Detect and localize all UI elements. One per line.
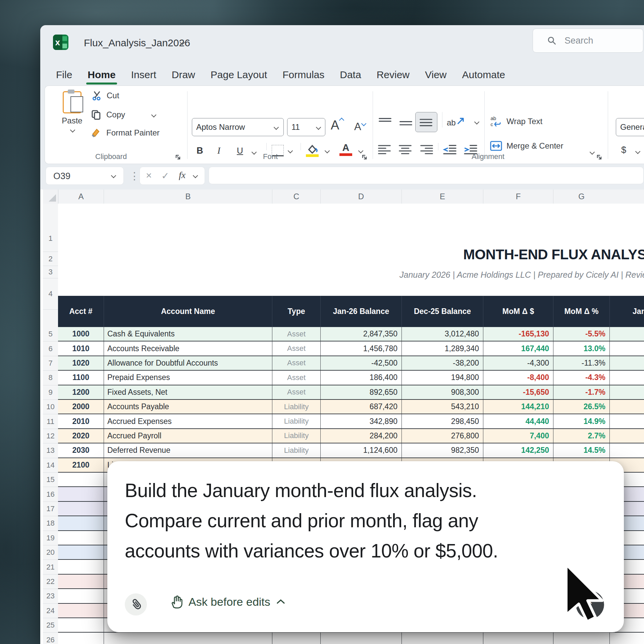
row-header-24[interactable]: 24 <box>43 604 58 618</box>
format-painter-button[interactable]: Format Painter <box>91 127 160 138</box>
copilot-prompt-card[interactable]: Build the January month-end flux analysi… <box>107 461 624 632</box>
underline-button[interactable]: U <box>237 146 243 156</box>
table-header-cell[interactable]: MoM Δ % <box>553 296 609 327</box>
cell[interactable]: Accrued Payroll <box>104 429 272 443</box>
cell[interactable] <box>609 400 644 414</box>
cell[interactable]: 44,440 <box>483 414 553 428</box>
cell[interactable]: 687,420 <box>320 400 401 414</box>
cell[interactable]: 1,289,340 <box>401 341 483 355</box>
cell[interactable]: 2000 <box>58 400 104 414</box>
cell[interactable]: -5.5% <box>553 327 609 341</box>
row-header-20[interactable]: 20 <box>43 545 58 560</box>
cell[interactable]: -11.3% <box>553 356 609 370</box>
italic-button[interactable]: I <box>217 146 220 156</box>
select-all-corner[interactable] <box>43 190 58 204</box>
cell[interactable] <box>58 502 104 516</box>
cell[interactable]: 276,800 <box>401 429 483 443</box>
currency-format-button[interactable]: $ <box>621 145 626 155</box>
search-input[interactable] <box>564 35 632 46</box>
cell[interactable]: Deferred Revenue <box>104 443 272 457</box>
cell[interactable]: Liability <box>272 400 320 414</box>
table-row-6[interactable]: 1010Accounts ReceivableAsset1,456,7801,2… <box>58 341 644 356</box>
cell[interactable]: Liability <box>272 429 320 443</box>
cell[interactable]: -42,500 <box>320 356 401 370</box>
menu-tab-automate[interactable]: Automate <box>462 68 506 82</box>
cell[interactable] <box>401 633 483 644</box>
cell[interactable]: 7,400 <box>483 429 553 443</box>
row-header-25[interactable]: 25 <box>43 618 58 633</box>
table-row-13[interactable]: 2030Deferred RevenueLiability1,124,60098… <box>58 443 644 458</box>
menu-tab-page-layout[interactable]: Page Layout <box>210 68 268 82</box>
cell[interactable]: 13.0% <box>553 341 609 355</box>
cell[interactable]: -4,300 <box>483 356 553 370</box>
row-header-12[interactable]: 12 <box>43 429 58 443</box>
cell[interactable] <box>320 633 401 644</box>
cell[interactable]: -15,650 <box>483 385 553 399</box>
column-header-D[interactable]: D <box>320 190 401 204</box>
cell[interactable] <box>609 443 644 457</box>
table-header-cell[interactable]: Jan-26 <box>609 296 644 327</box>
cell[interactable]: Asset <box>272 341 320 355</box>
cell[interactable]: 284,200 <box>320 429 401 443</box>
attach-button[interactable] <box>125 593 147 615</box>
cell[interactable] <box>104 633 272 644</box>
cell[interactable]: 342,890 <box>320 414 401 428</box>
cell[interactable]: Asset <box>272 385 320 399</box>
cell[interactable] <box>58 633 104 644</box>
menu-tab-file[interactable]: File <box>55 68 73 82</box>
cell[interactable]: 186,400 <box>320 371 401 384</box>
table-row-11[interactable]: 2010Accrued ExpensesLiability342,890298,… <box>58 414 644 429</box>
cell[interactable]: Allowance for Doubtful Accounts <box>104 356 272 370</box>
row-header-21[interactable]: 21 <box>43 560 58 574</box>
cell[interactable]: Liability <box>272 414 320 428</box>
cell[interactable] <box>609 633 644 644</box>
align-top-icon[interactable] <box>378 117 392 127</box>
cell[interactable] <box>609 341 644 355</box>
cell[interactable]: 1010 <box>58 341 104 355</box>
cell[interactable]: 1,124,600 <box>320 443 401 457</box>
cell[interactable]: 1020 <box>58 356 104 370</box>
copy-button[interactable]: Copy <box>91 109 156 120</box>
cell[interactable] <box>58 545 104 559</box>
fill-color-button[interactable] <box>306 144 319 157</box>
font-color-button[interactable]: A <box>339 142 352 156</box>
cancel-entry-icon[interactable]: × <box>146 170 152 181</box>
cell[interactable]: 1000 <box>58 327 104 341</box>
cell[interactable]: 908,300 <box>401 385 483 399</box>
row-header-16[interactable]: 16 <box>43 487 58 501</box>
workbook-title[interactable]: Flux_Analysis_Jan2026 <box>84 37 190 49</box>
table-row-5[interactable]: 1000Cash & EquivalentsAsset2,847,3503,01… <box>58 327 644 341</box>
paste-button[interactable]: Paste <box>57 90 88 140</box>
cell[interactable] <box>58 575 104 588</box>
cell[interactable] <box>609 414 644 428</box>
row-header-10[interactable]: 10 <box>43 400 58 414</box>
table-header-cell[interactable]: Type <box>272 296 320 327</box>
table-row-7[interactable]: 1020Allowance for Doubtful AccountsAsset… <box>58 356 644 371</box>
menu-tab-view[interactable]: View <box>424 68 447 82</box>
column-header-G[interactable]: G <box>553 190 609 204</box>
cell[interactable] <box>58 589 104 603</box>
row-header-22[interactable]: 22 <box>43 575 58 589</box>
cell[interactable]: 14.5% <box>553 443 609 457</box>
cell[interactable]: 543,210 <box>401 400 483 414</box>
cell[interactable]: 14.9% <box>553 414 609 428</box>
font-family-select[interactable]: Aptos Narrow <box>192 118 284 136</box>
row-header-11[interactable]: 11 <box>43 414 58 429</box>
row-header-9[interactable]: 9 <box>43 385 58 400</box>
cell[interactable]: 982,350 <box>401 443 483 457</box>
bold-button[interactable]: B <box>197 146 203 156</box>
cut-button[interactable]: Cut <box>92 91 119 101</box>
row-header-23[interactable]: 23 <box>43 589 58 603</box>
merge-center-chevron-icon[interactable] <box>590 150 595 155</box>
cell[interactable]: Liability <box>272 443 320 457</box>
table-row-12[interactable]: 2020Accrued PayrollLiability284,200276,8… <box>58 429 644 443</box>
menu-tab-formulas[interactable]: Formulas <box>282 68 325 82</box>
cell[interactable]: 26.5% <box>553 400 609 414</box>
cell[interactable] <box>483 633 553 644</box>
cell[interactable] <box>58 487 104 501</box>
cell[interactable]: Asset <box>272 356 320 370</box>
column-header-B[interactable]: B <box>104 190 272 204</box>
row-header-8[interactable]: 8 <box>43 371 58 385</box>
cell[interactable]: 2020 <box>58 429 104 443</box>
row-header-18[interactable]: 18 <box>43 516 58 531</box>
